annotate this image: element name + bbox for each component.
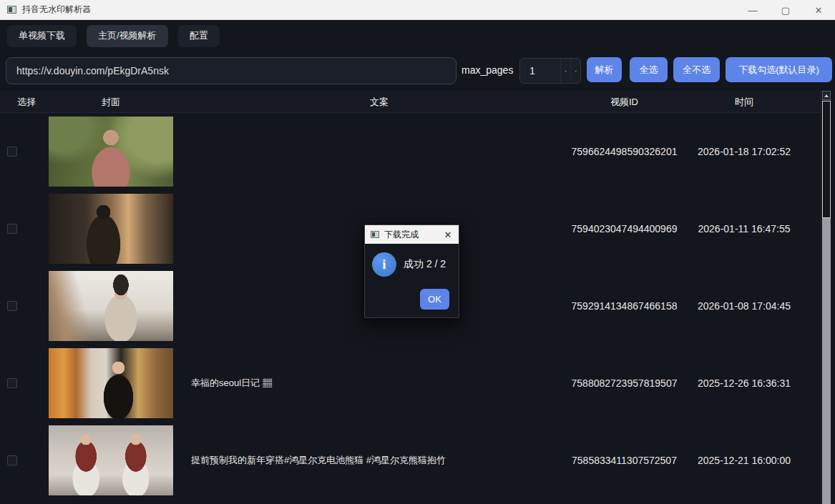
row-checkbox[interactable] [7, 378, 17, 388]
video-thumbnail[interactable] [49, 425, 173, 495]
tab-homepage-video-parse[interactable]: 主页/视频解析 [87, 25, 168, 47]
row-video-id: 7588082723957819507 [565, 345, 683, 422]
tab-bar: 单视频下载 主页/视频解析 配置 [0, 20, 835, 51]
row-caption [191, 113, 552, 190]
app-window: 抖音无水印解析器 — ▢ ✕ 单视频下载 主页/视频解析 配置 max_page… [0, 0, 835, 504]
parse-button[interactable]: 解析 [587, 57, 622, 82]
close-button[interactable]: ✕ [802, 0, 835, 20]
row-caption: 提前预制我的新年穿搭#鸿星尔克电池熊猫 #鸿星尔克熊猫抱竹 [191, 422, 552, 499]
app-icon [7, 6, 16, 14]
dialog-app-icon [371, 231, 379, 238]
video-thumbnail[interactable] [49, 117, 173, 187]
table-row: 幸福的seoul日记 ▦ 7588082723957819507 2025-12… [0, 345, 821, 422]
row-time: 2026-01-11 16:47:55 [687, 190, 801, 267]
row-video-id: 7585833411307572507 [565, 422, 683, 499]
max-pages-input[interactable] [520, 59, 560, 83]
table-header: 选择 封面 文案 视频ID 时间 [0, 91, 821, 113]
max-pages-label: max_pages [462, 64, 513, 76]
table-row: 7596624498590326201 2026-01-18 17:02:52 [0, 113, 821, 190]
row-checkbox[interactable] [7, 301, 17, 311]
video-thumbnail[interactable] [49, 271, 173, 341]
minimize-button[interactable]: — [736, 0, 769, 20]
row-video-id: 7594023047494400969 [565, 190, 683, 267]
info-icon: i [372, 252, 396, 277]
dialog-title: 下载完成 [384, 229, 419, 241]
scrollbar-up-arrow-icon[interactable] [822, 91, 831, 100]
dialog-ok-button[interactable]: OK [420, 289, 449, 310]
download-selected-button[interactable]: 下载勾选(默认目录) [726, 57, 832, 82]
header-video-id: 视频ID [565, 96, 683, 109]
row-video-id: 7592914134867466158 [565, 267, 683, 345]
spinner-down-button[interactable]: · [560, 59, 570, 83]
window-title: 抖音无水印解析器 [22, 4, 91, 16]
video-thumbnail[interactable] [49, 348, 173, 418]
window-controls: — ▢ ✕ [736, 0, 835, 20]
dialog-titlebar: 下载完成 ✕ [365, 225, 459, 244]
scrollbar-thumb[interactable] [822, 101, 831, 218]
scrollbar-track[interactable] [822, 218, 831, 504]
dialog-message: 成功 2 / 2 [404, 258, 446, 271]
header-time: 时间 [687, 96, 801, 109]
row-checkbox[interactable] [7, 455, 17, 465]
header-caption: 文案 [179, 96, 580, 109]
dialog-body: i 成功 2 / 2 OK [365, 244, 459, 318]
row-checkbox[interactable] [7, 224, 17, 234]
maximize-button[interactable]: ▢ [769, 0, 802, 20]
row-time: 2025-12-26 16:36:31 [687, 345, 801, 422]
video-thumbnail[interactable] [49, 194, 173, 264]
tab-single-video-download[interactable]: 单视频下载 [7, 25, 77, 47]
row-caption: 幸福的seoul日记 ▦ [191, 345, 552, 422]
row-time: 2026-01-08 17:04:45 [687, 267, 801, 345]
row-time: 2026-01-18 17:02:52 [687, 113, 801, 190]
header-select: 选择 [9, 96, 44, 109]
max-pages-spinner: · · [519, 58, 581, 84]
dialog-close-icon[interactable]: ✕ [441, 228, 454, 241]
vertical-scrollbar [821, 91, 831, 504]
toolbar: max_pages · · 解析 全选 全不选 下载勾选(默认目录) [0, 51, 835, 89]
row-checkbox[interactable] [7, 147, 17, 157]
select-all-button[interactable]: 全选 [630, 57, 668, 82]
row-video-id: 7596624498590326201 [565, 113, 683, 190]
row-time: 2025-12-21 16:00:00 [687, 422, 801, 499]
url-input[interactable] [6, 57, 456, 84]
table-row: 提前预制我的新年穿搭#鸿星尔克电池熊猫 #鸿星尔克熊猫抱竹 7585833411… [0, 422, 821, 499]
header-cover: 封面 [49, 96, 173, 109]
tab-config[interactable]: 配置 [178, 25, 220, 47]
titlebar: 抖音无水印解析器 — ▢ ✕ [0, 0, 835, 20]
spinner-up-button[interactable]: · [570, 59, 580, 83]
select-none-button[interactable]: 全不选 [673, 57, 720, 82]
download-complete-dialog: 下载完成 ✕ i 成功 2 / 2 OK [364, 224, 459, 318]
